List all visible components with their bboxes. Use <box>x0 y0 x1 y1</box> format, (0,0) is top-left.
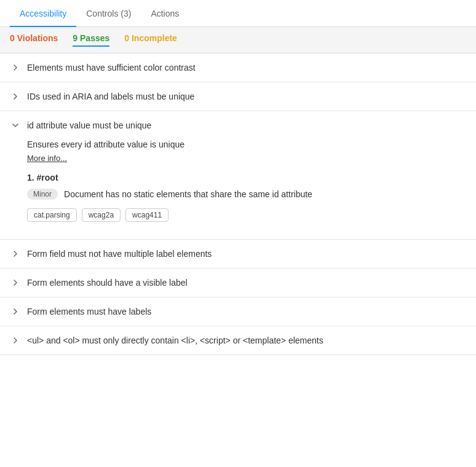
sub-tab-incomplete[interactable]: 0 Incomplete <box>124 33 177 47</box>
sub-tab-bar: 0 Violations9 Passes0 Incomplete <box>0 27 476 53</box>
list-item: Form elements must have labels <box>0 297 476 326</box>
rule-item: 1. #rootMinorDocument has no static elem… <box>27 173 466 222</box>
list-item-label: Form elements should have a visible labe… <box>27 278 188 288</box>
chevron-right-icon <box>10 335 21 346</box>
top-tab-bar: AccessibilityControls (3)Actions <box>0 0 476 27</box>
list-item-row[interactable]: Form elements must have labels <box>0 297 476 326</box>
top-tab-accessibility[interactable]: Accessibility <box>10 0 76 27</box>
list-item: Form elements should have a visible labe… <box>0 269 476 297</box>
chevron-down-icon <box>10 120 21 131</box>
chevron-right-icon <box>10 277 21 288</box>
list-item-row[interactable]: Form elements should have a visible labe… <box>0 269 476 297</box>
list-item-label: IDs used in ARIA and labels must be uniq… <box>27 92 194 101</box>
chevron-right-icon <box>10 91 21 102</box>
list-item-expanded: id attribute value must be uniqueEnsures… <box>0 111 476 240</box>
rule-detail: MinorDocument has no static elements tha… <box>27 189 466 200</box>
list-item-row[interactable]: <ul> and <ol> must only directly contain… <box>0 326 476 355</box>
rule-message: Document has no static elements that sha… <box>64 189 312 199</box>
list-item-label: <ul> and <ol> must only directly contain… <box>27 336 323 345</box>
list-item-row[interactable]: Elements must have sufficient color cont… <box>0 53 476 82</box>
tag[interactable]: wcag411 <box>125 208 169 222</box>
chevron-right-icon <box>10 306 21 317</box>
list-item-header[interactable]: id attribute value must be unique <box>0 111 476 139</box>
rule-number: 1. #root <box>27 173 466 182</box>
list-item-label: Form elements must have labels <box>27 307 151 316</box>
list-item-label: Form field must not have multiple label … <box>27 249 212 259</box>
accessibility-list: Elements must have sufficient color cont… <box>0 53 476 355</box>
chevron-right-icon <box>10 62 21 73</box>
chevron-right-icon <box>10 248 21 259</box>
list-item: Elements must have sufficient color cont… <box>0 53 476 82</box>
list-item-label: Elements must have sufficient color cont… <box>27 63 196 73</box>
list-item: <ul> and <ol> must only directly contain… <box>0 326 476 355</box>
top-tab-controls[interactable]: Controls (3) <box>76 0 141 27</box>
item-description: Ensures every id attribute value is uniq… <box>27 139 466 149</box>
list-item-row[interactable]: Form field must not have multiple label … <box>0 240 476 268</box>
severity-badge: Minor <box>27 189 58 200</box>
sub-tab-violations[interactable]: 0 Violations <box>10 33 58 47</box>
list-item-content: Ensures every id attribute value is uniq… <box>0 139 476 239</box>
tags-row: cat.parsingwcag2awcag411 <box>27 208 466 222</box>
list-item-label: id attribute value must be unique <box>27 120 151 130</box>
list-item: IDs used in ARIA and labels must be uniq… <box>0 82 476 111</box>
list-item: Form field must not have multiple label … <box>0 240 476 269</box>
more-info-link[interactable]: More info... <box>27 154 67 163</box>
tag[interactable]: cat.parsing <box>27 208 77 222</box>
tag[interactable]: wcag2a <box>82 208 121 222</box>
list-item-row[interactable]: IDs used in ARIA and labels must be uniq… <box>0 82 476 111</box>
sub-tab-passes[interactable]: 9 Passes <box>73 33 109 47</box>
top-tab-actions[interactable]: Actions <box>141 0 189 27</box>
